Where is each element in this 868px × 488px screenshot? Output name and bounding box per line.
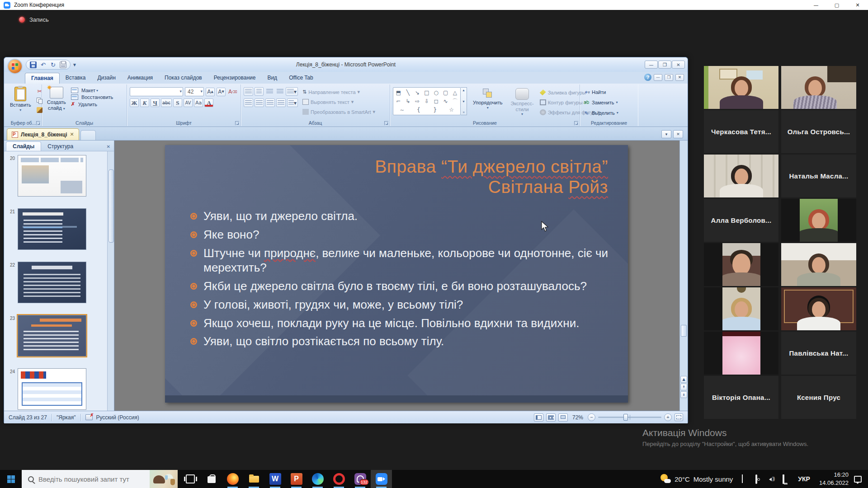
current-slide[interactable]: Вправа “Ти джерело світла” Світлана Ройз… bbox=[165, 145, 628, 403]
character-spacing-button[interactable]: AV bbox=[184, 99, 193, 107]
slide-thumbnail-21[interactable] bbox=[18, 208, 86, 250]
next-slide-button[interactable]: ↡ bbox=[680, 391, 687, 398]
ribbon-tab-1[interactable]: Главная bbox=[25, 73, 60, 84]
network-icon[interactable] bbox=[783, 475, 790, 483]
bullets-button[interactable] bbox=[244, 87, 253, 96]
spellcheck-icon[interactable] bbox=[85, 414, 93, 420]
align-right-button[interactable] bbox=[265, 99, 275, 107]
participant-video-tile[interactable] bbox=[704, 243, 778, 286]
participant-video-tile[interactable] bbox=[781, 287, 856, 330]
close-button[interactable]: ✕ bbox=[847, 0, 868, 10]
taskbar-firefox-icon[interactable] bbox=[222, 470, 243, 488]
zoom-in-button[interactable]: + bbox=[664, 413, 672, 421]
participant-name-tile[interactable]: Наталья Масла... bbox=[781, 155, 856, 197]
scrollbar-thumb[interactable] bbox=[681, 325, 687, 337]
strikethrough-button[interactable]: abc bbox=[161, 99, 172, 107]
italic-button[interactable]: К bbox=[140, 99, 149, 107]
slideshow-view-button[interactable] bbox=[558, 413, 568, 422]
delete-slide-button[interactable]: ✗ Удалить bbox=[71, 101, 113, 107]
window-minimize-button[interactable]: — bbox=[645, 61, 658, 69]
redo-icon[interactable]: ↻ bbox=[50, 61, 57, 68]
language-indicator[interactable]: УКР bbox=[798, 475, 810, 483]
ribbon-tab-5[interactable]: Показ слайдов bbox=[159, 73, 208, 84]
taskbar-store-icon[interactable] bbox=[201, 470, 222, 488]
scroll-up-icon[interactable]: ▲ bbox=[680, 376, 687, 383]
ribbon-tab-4[interactable]: Анимация bbox=[122, 73, 159, 84]
ribbon-tab-8[interactable]: Office Tab bbox=[283, 73, 319, 84]
tab-close-button[interactable]: ✕ bbox=[673, 130, 683, 138]
doc-minimize-button[interactable]: — bbox=[654, 74, 662, 81]
search-highlight-image[interactable] bbox=[150, 470, 178, 488]
ribbon-tab-2[interactable]: Вставка bbox=[60, 73, 92, 84]
slide-thumbnail-24[interactable] bbox=[18, 368, 86, 410]
change-case-button[interactable]: Aa bbox=[194, 99, 203, 107]
taskbar-word-icon[interactable]: W bbox=[264, 470, 286, 488]
participant-name-tile[interactable]: Ольга Островсь... bbox=[781, 110, 856, 153]
recording-indicator[interactable]: Запись bbox=[19, 16, 49, 23]
drawing-dialog-launcher-icon[interactable] bbox=[574, 121, 578, 125]
clipboard-dialog-launcher-icon[interactable] bbox=[36, 121, 40, 125]
weather-widget[interactable]: 20°C Mostly sunny bbox=[656, 474, 737, 484]
font-color-button[interactable]: A bbox=[204, 99, 213, 107]
office-button[interactable] bbox=[7, 59, 23, 74]
shapes-scrollbar[interactable]: ▲▼≡ bbox=[461, 87, 467, 115]
normal-view-button[interactable] bbox=[534, 413, 543, 422]
slide-thumbnail-20[interactable] bbox=[18, 155, 86, 197]
shadow-button[interactable]: S bbox=[173, 99, 182, 107]
participant-name-tile[interactable]: Ксения Прус bbox=[781, 376, 856, 419]
reset-button[interactable]: Восстановить bbox=[71, 94, 113, 100]
taskbar-viber-icon[interactable]: 132 bbox=[349, 470, 371, 488]
justify-button[interactable] bbox=[276, 99, 286, 107]
grow-font-button[interactable]: A▲ bbox=[206, 88, 215, 96]
tab-slides[interactable]: Слайды bbox=[6, 141, 41, 151]
columns-button[interactable]: ▾ bbox=[287, 99, 298, 107]
undo-icon[interactable]: ↶ bbox=[40, 61, 47, 68]
minimize-button[interactable]: — bbox=[806, 0, 826, 10]
find-button[interactable]: ⌖Найти bbox=[583, 88, 618, 96]
new-document-tab[interactable] bbox=[80, 130, 96, 140]
paste-button[interactable]: Вставить▾ bbox=[8, 86, 33, 119]
previous-slide-button[interactable]: ↟ bbox=[680, 384, 687, 390]
slide-thumbnail-23[interactable] bbox=[18, 315, 86, 357]
participant-name-tile[interactable]: Алла Верболов... bbox=[704, 199, 778, 242]
start-button[interactable] bbox=[0, 470, 22, 488]
help-icon[interactable]: ? bbox=[644, 74, 651, 81]
taskbar-powerpoint-icon[interactable]: P bbox=[286, 470, 307, 488]
panel-close-icon[interactable]: ✕ bbox=[107, 144, 110, 149]
search-input[interactable] bbox=[38, 475, 133, 483]
window-restore-button[interactable]: ❐ bbox=[658, 61, 671, 69]
document-tab-close-icon[interactable]: ✕ bbox=[70, 131, 74, 137]
participant-video-tile[interactable] bbox=[704, 66, 778, 109]
ribbon-tab-6[interactable]: Рецензирование bbox=[208, 73, 262, 84]
taskbar-explorer-icon[interactable] bbox=[243, 470, 264, 488]
zoom-slider-thumb[interactable] bbox=[623, 414, 628, 421]
clear-formatting-button[interactable]: A⌫ bbox=[227, 88, 238, 96]
shrink-font-button[interactable]: A▼ bbox=[217, 88, 226, 96]
qat-customize-icon[interactable]: ▼ bbox=[72, 62, 77, 67]
align-text-button[interactable]: Выровнять текст ▾ bbox=[302, 98, 375, 106]
tab-list-dropdown-button[interactable]: ▾ bbox=[661, 130, 671, 138]
layout-button[interactable]: Макет ▾ bbox=[71, 88, 113, 93]
clock[interactable]: 16:20 14.06.2022 bbox=[819, 471, 849, 487]
text-direction-button[interactable]: ⇅Направление текста ▾ bbox=[302, 88, 375, 96]
taskbar-opera-icon[interactable] bbox=[328, 470, 349, 488]
line-spacing-button[interactable]: ▾ bbox=[286, 87, 298, 96]
smartart-button[interactable]: Преобразовать в SmartArt ▾ bbox=[302, 108, 375, 116]
window-close-button[interactable]: ✕ bbox=[672, 61, 685, 69]
paragraph-dialog-launcher-icon[interactable] bbox=[384, 121, 388, 125]
participant-name-tile[interactable]: Черкасова Тетя... bbox=[704, 110, 778, 153]
doc-restore-button[interactable]: ❐ bbox=[665, 74, 673, 81]
speaker-icon[interactable] bbox=[769, 476, 776, 483]
language-status[interactable]: Русский (Россия) bbox=[96, 414, 139, 421]
slide-sorter-view-button[interactable] bbox=[546, 413, 556, 422]
taskbar-zoom-icon[interactable] bbox=[371, 470, 392, 488]
taskbar-taskview-icon[interactable] bbox=[179, 470, 201, 488]
slide-scrollbar[interactable]: ▲ ↟ ↡ bbox=[679, 141, 688, 411]
camera-in-use-icon[interactable] bbox=[755, 475, 763, 483]
underline-button[interactable]: Ч bbox=[151, 99, 160, 107]
participant-video-tile[interactable] bbox=[704, 287, 778, 330]
zoom-out-button[interactable]: − bbox=[588, 413, 595, 421]
align-left-button[interactable] bbox=[244, 99, 253, 107]
tab-outline[interactable]: Структура bbox=[41, 142, 80, 151]
maximize-button[interactable]: ▢ bbox=[826, 0, 847, 10]
